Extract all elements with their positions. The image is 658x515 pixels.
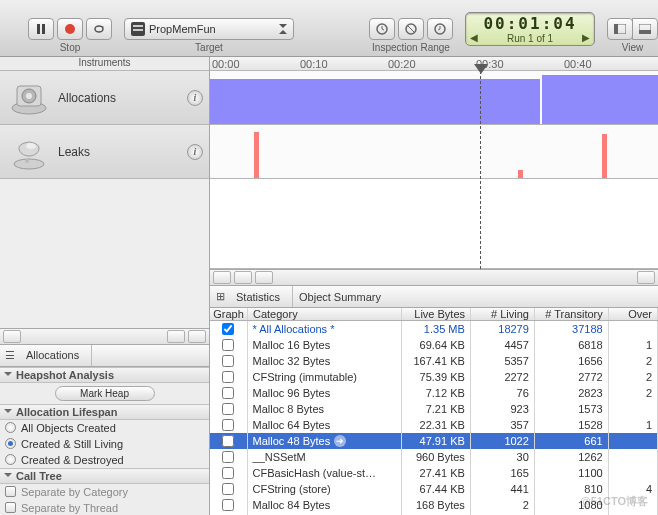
drill-arrow-icon[interactable]: ➜	[334, 435, 346, 447]
jumpbar-crumb[interactable]: Object Summary	[293, 286, 393, 307]
mark-heap-button[interactable]: Mark Heap	[55, 386, 155, 401]
next-run-button[interactable]: ▶	[582, 32, 590, 43]
cell-overall: 2	[609, 385, 658, 401]
time-ruler[interactable]: 00:00 00:10 00:20 00:30 00:40	[210, 57, 658, 71]
graph-checkbox[interactable]	[222, 451, 234, 463]
section-lifespan[interactable]: Allocation Lifespan	[0, 404, 209, 420]
cell-overall	[609, 401, 658, 417]
cell-livebytes: 7.12 KB	[402, 385, 471, 401]
cell-transitory: 1656	[535, 353, 609, 369]
track-allocations[interactable]: Allocations i	[0, 71, 209, 125]
cell-overall	[609, 465, 658, 481]
calltree-option[interactable]: Separate by Thread	[0, 500, 209, 516]
col-graph[interactable]: Graph	[210, 308, 248, 320]
range-start-button[interactable]	[369, 18, 395, 40]
lane-tool-icon[interactable]	[234, 271, 252, 284]
cell-livebytes: 167.41 KB	[402, 353, 471, 369]
lifespan-option[interactable]: Created & Destroyed	[0, 452, 209, 468]
lane-tool-icon[interactable]	[255, 271, 273, 284]
cell-living: 4457	[471, 337, 535, 353]
tracks-header: Instruments	[0, 57, 209, 71]
table-row[interactable]: CFBasicHash (value-st…27.41 KB1651100	[210, 465, 658, 481]
jumpbar-crumb[interactable]: Statistics	[230, 286, 293, 307]
record-button[interactable]	[57, 18, 83, 40]
cell-transitory: 2772	[535, 369, 609, 385]
table-row[interactable]: Malloc 48 Bytes➜47.91 KB1022661	[210, 433, 658, 449]
graph-checkbox[interactable]	[222, 419, 234, 431]
cell-overall: 1	[609, 417, 658, 433]
mini-mode1-icon[interactable]	[167, 330, 185, 343]
cell-transitory: 37188	[535, 321, 609, 337]
graph-checkbox[interactable]	[222, 323, 234, 335]
cell-living: 18279	[471, 321, 535, 337]
graph-checkbox[interactable]	[222, 339, 234, 351]
range-clear-button[interactable]	[398, 18, 424, 40]
graph-checkbox[interactable]	[222, 467, 234, 479]
target-popup[interactable]: PropMemFun	[124, 18, 294, 40]
allocations-lane[interactable]	[210, 71, 658, 125]
col-overall[interactable]: Over	[609, 308, 658, 320]
lifespan-option[interactable]: All Objects Created	[0, 420, 209, 436]
cell-living: 2272	[471, 369, 535, 385]
table-row[interactable]: Malloc 32 Bytes167.41 KB535716562	[210, 353, 658, 369]
left-jumpbar: ☰ Allocations	[0, 345, 209, 367]
graph-checkbox[interactable]	[222, 483, 234, 495]
table-row[interactable]: Malloc 64 Bytes22.31 KB35715281	[210, 417, 658, 433]
table-row[interactable]: Malloc 16 Bytes69.64 KB445768181	[210, 337, 658, 353]
info-icon[interactable]: i	[187, 90, 203, 106]
timer-display: 00:01:04 Run 1 of 1 ◀ ▶	[465, 12, 595, 46]
table-row[interactable]: CFString (immutable)75.39 KB227227722	[210, 369, 658, 385]
track-leaks[interactable]: Leaks i	[0, 125, 209, 179]
leaks-lane[interactable]	[210, 125, 658, 179]
view-left-button[interactable]	[607, 18, 633, 40]
table-row[interactable]: Malloc 96 Bytes7.12 KB7628232	[210, 385, 658, 401]
graph-checkbox[interactable]	[222, 499, 234, 511]
graph-checkbox[interactable]	[222, 355, 234, 367]
mini-mode2-icon[interactable]	[188, 330, 206, 343]
col-category[interactable]: Category	[248, 308, 402, 320]
section-calltree[interactable]: Call Tree	[0, 468, 209, 484]
radio-icon	[5, 438, 16, 449]
graph-checkbox[interactable]	[222, 435, 234, 447]
svg-rect-0	[37, 24, 40, 34]
lifespan-option[interactable]: Created & Still Living	[0, 436, 209, 452]
view-bottom-button[interactable]	[632, 18, 658, 40]
track-label: Leaks	[58, 145, 187, 159]
cell-transitory: 6818	[535, 337, 609, 353]
mini-graph-icon[interactable]	[3, 330, 21, 343]
cell-living: 357	[471, 417, 535, 433]
calltree-option[interactable]: Separate by Category	[0, 484, 209, 500]
pause-button[interactable]	[28, 18, 54, 40]
cell-category: __NSSetM	[248, 449, 402, 465]
loop-button[interactable]	[86, 18, 112, 40]
view-label: View	[622, 42, 644, 53]
svg-rect-13	[639, 30, 651, 34]
col-transitory[interactable]: # Transitory	[535, 308, 609, 320]
info-icon[interactable]: i	[187, 144, 203, 160]
prev-run-button[interactable]: ◀	[470, 32, 478, 43]
cell-transitory: 1528	[535, 417, 609, 433]
graph-checkbox[interactable]	[222, 371, 234, 383]
graph-checkbox[interactable]	[222, 387, 234, 399]
lane-tool-icon[interactable]	[637, 271, 655, 284]
graph-checkbox[interactable]	[222, 403, 234, 415]
inspection-label: Inspection Range	[372, 42, 450, 53]
option-label: Separate by Category	[21, 486, 128, 498]
jumpbar-crumb[interactable]: Allocations	[20, 345, 92, 366]
section-heapshot[interactable]: Heapshot Analysis	[0, 367, 209, 383]
cell-category: * All Allocations *	[248, 321, 402, 337]
lane-tool-icon[interactable]	[213, 271, 231, 284]
track-label: Allocations	[58, 91, 187, 105]
col-living[interactable]: # Living	[471, 308, 535, 320]
checkbox-icon	[5, 502, 16, 513]
toolbar: Stop PropMemFun Target Inspection Range …	[0, 0, 658, 57]
cell-transitory: 1100	[535, 465, 609, 481]
table-row[interactable]: * All Allocations *1.35 MB1827937188	[210, 321, 658, 337]
table-row[interactable]: __NSSetM960 Bytes301262	[210, 449, 658, 465]
col-livebytes[interactable]: Live Bytes	[402, 308, 471, 320]
table-header: Graph Category Live Bytes # Living # Tra…	[210, 308, 658, 321]
range-end-button[interactable]	[427, 18, 453, 40]
svg-line-8	[408, 26, 414, 32]
table-row[interactable]: Malloc 8 Bytes7.21 KB9231573	[210, 401, 658, 417]
empty-lane	[210, 179, 658, 269]
